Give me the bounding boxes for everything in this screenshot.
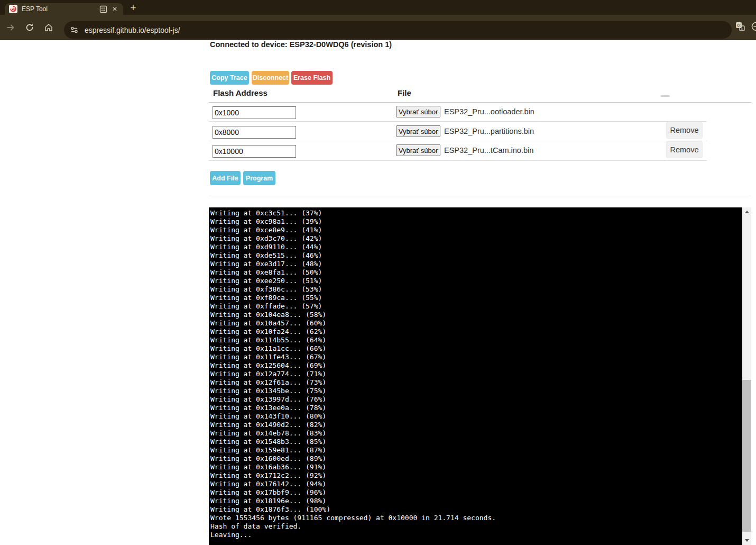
espressif-favicon bbox=[9, 5, 17, 13]
forward-icon bbox=[5, 22, 16, 33]
file-name: ESP32_Pru...tCam.ino.bin bbox=[444, 146, 533, 155]
program-button[interactable]: Program bbox=[243, 171, 275, 185]
choose-file-button[interactable]: Vybrať súbor bbox=[396, 125, 440, 137]
tab-strip: ESP Tool ✕ + bbox=[0, 0, 756, 15]
remove-file-button[interactable]: Remove bbox=[666, 141, 703, 158]
table-row-divider bbox=[209, 121, 707, 122]
tab-title: ESP Tool bbox=[22, 5, 99, 13]
scroll-down-icon[interactable] bbox=[742, 536, 751, 545]
column-header-dash bbox=[661, 95, 670, 97]
browser-toolbar: espressif.github.io/esptool-js/ G × bbox=[0, 15, 756, 40]
table-row-divider bbox=[209, 141, 707, 141]
flash-address-input[interactable] bbox=[213, 126, 296, 139]
new-tab-button[interactable]: + bbox=[127, 2, 140, 15]
address-bar[interactable]: espressif.github.io/esptool-js/ bbox=[64, 21, 732, 39]
erase-flash-button[interactable]: Erase Flash bbox=[291, 71, 333, 85]
url-text[interactable]: espressif.github.io/esptool-js/ bbox=[85, 26, 180, 34]
column-header-flash-address: Flash Address bbox=[213, 88, 268, 97]
choose-file-button[interactable]: Vybrať súbor bbox=[396, 144, 440, 156]
page-content: Connected to device: ESP32-D0WDQ6 (revis… bbox=[0, 40, 756, 545]
file-name: ESP32_Pru...ootloader.bin bbox=[444, 107, 534, 116]
flash-address-input[interactable] bbox=[213, 145, 296, 158]
browser-tab[interactable]: ESP Tool ✕ bbox=[5, 3, 123, 15]
terminal[interactable]: Writing at 0xc3c51... (37%) Writing at 0… bbox=[209, 207, 742, 545]
terminal-panel: Writing at 0xc3c51... (37%) Writing at 0… bbox=[209, 207, 751, 545]
table-header-divider bbox=[209, 102, 751, 103]
add-file-button[interactable]: Add File bbox=[210, 171, 241, 185]
svg-text:×: × bbox=[741, 27, 743, 31]
terminal-scrollbar[interactable] bbox=[742, 207, 751, 545]
column-header-file: File bbox=[398, 88, 411, 97]
file-name: ESP32_Pru...partitions.bin bbox=[444, 127, 534, 135]
copy-trace-button[interactable]: Copy Trace bbox=[210, 71, 249, 85]
site-settings-icon[interactable] bbox=[68, 24, 80, 37]
connection-status: Connected to device: ESP32-D0WDQ6 (revis… bbox=[210, 40, 392, 49]
profile-avatar[interactable] bbox=[751, 22, 756, 31]
home-icon[interactable] bbox=[43, 22, 54, 33]
browser-chrome: ESP Tool ✕ + bbox=[0, 0, 756, 40]
choose-file-button[interactable]: Vybrať súbor bbox=[396, 106, 440, 117]
reload-icon[interactable] bbox=[24, 22, 35, 33]
serial-device-icon bbox=[99, 5, 107, 13]
disconnect-button[interactable]: Disconnect bbox=[252, 71, 289, 85]
tab-close-icon[interactable]: ✕ bbox=[110, 5, 119, 13]
remove-file-button[interactable]: Remove bbox=[666, 122, 703, 139]
section-divider bbox=[209, 196, 751, 196]
flash-address-input[interactable] bbox=[213, 106, 296, 119]
terminal-output: Writing at 0xc3c51... (37%) Writing at 0… bbox=[209, 207, 742, 539]
table-row-divider bbox=[209, 160, 707, 161]
scrollbar-thumb[interactable] bbox=[742, 380, 751, 532]
translate-icon[interactable]: G × bbox=[735, 22, 745, 31]
scroll-up-icon[interactable] bbox=[742, 207, 751, 216]
